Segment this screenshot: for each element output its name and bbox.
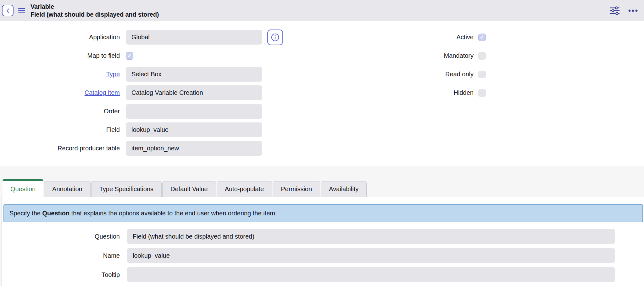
type-link[interactable]: Type <box>106 71 120 78</box>
more-options-button[interactable] <box>628 9 638 12</box>
read-only-label: Read only <box>346 71 474 78</box>
catalog-item-value: Catalog Variable Creation <box>131 89 203 96</box>
application-row: Application Global <box>0 30 644 45</box>
name-field[interactable]: lookup_value <box>127 248 615 263</box>
name-value: lookup_value <box>133 252 170 259</box>
order-field[interactable] <box>126 104 262 119</box>
info-icon <box>271 33 279 41</box>
info-banner-text: Specify the Question that explains the o… <box>9 210 275 217</box>
tab-question[interactable]: Question <box>3 179 43 197</box>
field-label: Field <box>0 126 120 133</box>
tooltip-label: Tooltip <box>2 271 120 278</box>
field-value: lookup_value <box>131 126 169 133</box>
hidden-checkbox[interactable] <box>478 89 486 97</box>
mandatory-row: Mandatory <box>346 48 486 63</box>
type-value: Select Box <box>131 71 162 78</box>
tab-annotation[interactable]: Annotation <box>44 181 91 197</box>
application-value: Global <box>131 34 150 41</box>
record-producer-table-field[interactable]: item_option_new <box>126 141 262 156</box>
hidden-label: Hidden <box>346 89 474 96</box>
tab-type-specifications[interactable]: Type Specifications <box>91 181 162 197</box>
back-button[interactable] <box>2 5 14 16</box>
type-field[interactable]: Select Box <box>126 67 262 82</box>
tab-permission[interactable]: Permission <box>273 181 320 197</box>
question-value: Field (what should be displayed and stor… <box>133 233 254 240</box>
hidden-row: Hidden <box>346 85 486 100</box>
tab-auto-populate[interactable]: Auto-populate <box>217 181 272 197</box>
question-tab-fields: Question Field (what should be displayed… <box>2 229 644 282</box>
read-only-row: Read only <box>346 67 486 82</box>
catalog-item-row: Catalog item Catalog Variable Creation <box>0 85 644 100</box>
record-producer-table-value: item_option_new <box>131 145 179 152</box>
type-label: Type <box>0 71 120 78</box>
checkmark-icon: ✓ <box>127 53 131 58</box>
active-checkbox[interactable]: ✓ <box>478 34 486 41</box>
tab-default-value[interactable]: Default Value <box>162 181 216 197</box>
question-label: Question <box>2 233 120 240</box>
tab-strip: Question Annotation Type Specifications … <box>0 166 644 197</box>
field-row: Field lookup_value <box>0 122 644 137</box>
read-only-checkbox[interactable] <box>478 71 486 78</box>
mandatory-label: Mandatory <box>346 52 474 59</box>
hamburger-menu-icon <box>18 8 25 13</box>
question-tab-panel: Specify the Question that explains the o… <box>2 197 644 286</box>
name-label: Name <box>2 252 120 259</box>
flag-column: Active ✓ Mandatory Read only Hidden <box>346 30 486 104</box>
map-to-field-label: Map to field <box>0 52 120 59</box>
field-field[interactable]: lookup_value <box>126 122 262 137</box>
map-to-field-checkbox[interactable]: ✓ <box>126 52 133 60</box>
record-type-title: Variable <box>31 3 159 11</box>
application-label: Application <box>0 34 120 41</box>
application-field[interactable]: Global <box>126 30 262 45</box>
question-row: Question Field (what should be displayed… <box>2 229 644 244</box>
record-name-title: Field (what should be displayed and stor… <box>31 11 159 19</box>
catalog-item-label: Catalog item <box>0 89 120 96</box>
active-row: Active ✓ <box>346 30 486 45</box>
catalog-item-field[interactable]: Catalog Variable Creation <box>126 85 262 100</box>
tooltip-field[interactable] <box>127 267 615 282</box>
ellipsis-icon <box>628 9 638 12</box>
application-info-button[interactable] <box>267 30 283 45</box>
checkmark-icon: ✓ <box>480 35 484 40</box>
record-producer-table-label: Record producer table <box>0 145 120 152</box>
mandatory-checkbox[interactable] <box>478 52 486 60</box>
personalize-form-button[interactable] <box>609 6 620 16</box>
map-to-field-row: Map to field ✓ <box>0 48 644 63</box>
form-header: Variable Field (what should be displayed… <box>0 0 644 21</box>
catalog-item-link[interactable]: Catalog item <box>85 89 120 96</box>
info-banner: Specify the Question that explains the o… <box>3 204 643 222</box>
type-row: Type Select Box <box>0 67 644 82</box>
name-row: Name lookup_value <box>2 248 644 263</box>
sliders-icon <box>609 6 620 16</box>
header-actions <box>609 6 640 16</box>
tooltip-row: Tooltip <box>2 267 644 282</box>
record-producer-table-row: Record producer table item_option_new <box>0 141 644 156</box>
variable-form-body: Application Global Map to field ✓ Type S… <box>0 21 644 166</box>
question-field[interactable]: Field (what should be displayed and stor… <box>127 229 615 244</box>
chevron-left-icon <box>6 8 10 13</box>
active-label: Active <box>346 34 474 41</box>
page-title: Variable Field (what should be displayed… <box>31 3 159 19</box>
context-menu-button[interactable] <box>18 7 25 14</box>
order-row: Order <box>0 104 644 119</box>
tab-section: Question Annotation Type Specifications … <box>0 166 644 286</box>
order-label: Order <box>0 108 120 115</box>
tab-availability[interactable]: Availability <box>321 181 367 197</box>
